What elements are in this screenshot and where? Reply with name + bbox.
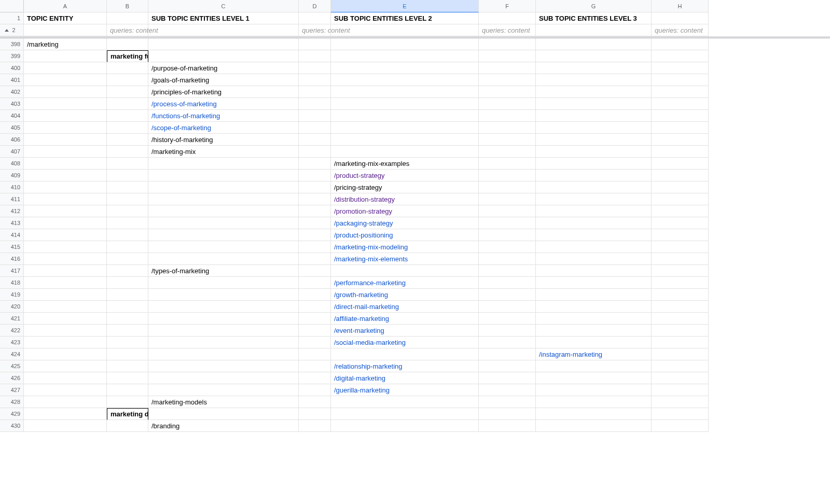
cell-f[interactable]: [479, 372, 536, 384]
row-header[interactable]: 424: [0, 348, 24, 360]
cell-e[interactable]: SUB TOPIC ENTITIES LEVEL 2: [331, 12, 479, 24]
cell-f[interactable]: [479, 193, 536, 205]
cell-e[interactable]: /product-positioning: [331, 229, 479, 241]
column-header-a[interactable]: A: [24, 0, 107, 12]
cell-c[interactable]: [148, 372, 299, 384]
cell-b[interactable]: [107, 134, 148, 146]
cell-c[interactable]: /process-of-marketing: [148, 98, 299, 110]
cell-f[interactable]: [479, 301, 536, 313]
cell-h[interactable]: [652, 325, 709, 337]
cell-g[interactable]: [536, 277, 652, 289]
cell-h[interactable]: [652, 134, 709, 146]
cell-f[interactable]: [479, 241, 536, 253]
cell-f[interactable]: [479, 110, 536, 122]
cell-e[interactable]: /guerilla-marketing: [331, 384, 479, 396]
cell-d[interactable]: [299, 193, 331, 205]
cell-e[interactable]: [331, 348, 479, 360]
cell-a[interactable]: [24, 384, 107, 396]
cell-c[interactable]: [148, 384, 299, 396]
cell-h[interactable]: [652, 193, 709, 205]
cell-e[interactable]: [331, 146, 479, 158]
cell-g[interactable]: [536, 253, 652, 265]
cell-b[interactable]: [107, 384, 148, 396]
cell-e[interactable]: [331, 74, 479, 86]
cell-d[interactable]: [299, 360, 331, 372]
cell-d[interactable]: [299, 241, 331, 253]
cell-e[interactable]: /performance-marketing: [331, 277, 479, 289]
cell-h[interactable]: queries: content: [652, 24, 709, 36]
cell-d[interactable]: [299, 12, 331, 24]
cell-h[interactable]: [652, 62, 709, 74]
cell-b[interactable]: [107, 205, 148, 217]
cell-h[interactable]: [652, 277, 709, 289]
cell-b[interactable]: [107, 289, 148, 301]
cell-c[interactable]: [148, 301, 299, 313]
row-header[interactable]: 419: [0, 289, 24, 301]
cell-f[interactable]: [479, 348, 536, 360]
cell-h[interactable]: [652, 360, 709, 372]
cell-d[interactable]: [299, 348, 331, 360]
column-header-f[interactable]: F: [479, 0, 536, 12]
cell-f[interactable]: [479, 289, 536, 301]
cell-d[interactable]: [299, 86, 331, 98]
cell-e[interactable]: /distribution-strategy: [331, 193, 479, 205]
cell-a[interactable]: [24, 408, 107, 420]
cell-h[interactable]: [652, 170, 709, 181]
cell-c[interactable]: [148, 253, 299, 265]
group-collapse-icon[interactable]: [5, 29, 9, 32]
cell-a[interactable]: [24, 420, 107, 432]
cell-d[interactable]: [299, 325, 331, 337]
cell-d[interactable]: [299, 38, 331, 50]
cell-g[interactable]: [536, 24, 652, 36]
cell-b[interactable]: [107, 396, 148, 408]
cell-b[interactable]: [107, 241, 148, 253]
cell-g[interactable]: [536, 193, 652, 205]
column-header-d[interactable]: D: [299, 0, 331, 12]
column-header-g[interactable]: G: [536, 0, 652, 12]
cell-g[interactable]: [536, 170, 652, 181]
row-header[interactable]: 399: [0, 50, 24, 62]
cell-b[interactable]: [107, 325, 148, 337]
cell-g[interactable]: [536, 265, 652, 277]
cell-d[interactable]: [299, 277, 331, 289]
cell-a[interactable]: [24, 360, 107, 372]
cell-g[interactable]: [536, 420, 652, 432]
cell-b[interactable]: [107, 229, 148, 241]
row-header[interactable]: 416: [0, 253, 24, 265]
cell-h[interactable]: [652, 86, 709, 98]
cell-a[interactable]: [24, 301, 107, 313]
row-header[interactable]: 425: [0, 360, 24, 372]
cell-a[interactable]: [24, 62, 107, 74]
cell-g[interactable]: [536, 384, 652, 396]
cell-b[interactable]: [107, 181, 148, 193]
cell-e[interactable]: /affiliate-marketing: [331, 313, 479, 325]
cell-e[interactable]: [331, 98, 479, 110]
cell-f[interactable]: [479, 229, 536, 241]
cell-a[interactable]: TOPIC ENTITY: [24, 12, 107, 24]
cell-e[interactable]: [331, 396, 479, 408]
cell-c[interactable]: [148, 325, 299, 337]
cell-a[interactable]: [24, 217, 107, 229]
cell-a[interactable]: [24, 337, 107, 348]
cell-c[interactable]: [148, 348, 299, 360]
cell-e[interactable]: [331, 62, 479, 74]
cell-c[interactable]: /branding: [148, 420, 299, 432]
cell-g[interactable]: [536, 217, 652, 229]
cell-g[interactable]: [536, 110, 652, 122]
cell-g[interactable]: [536, 134, 652, 146]
cell-e[interactable]: /social-media-marketing: [331, 337, 479, 348]
cell-c[interactable]: /scope-of-marketing: [148, 122, 299, 134]
row-header[interactable]: 415: [0, 241, 24, 253]
cell-b[interactable]: [107, 12, 148, 24]
row-header[interactable]: 407: [0, 146, 24, 158]
row-header[interactable]: 402: [0, 86, 24, 98]
cell-d[interactable]: [299, 134, 331, 146]
cell-f[interactable]: [479, 12, 536, 24]
cell-c[interactable]: [148, 24, 299, 36]
cell-f[interactable]: [479, 396, 536, 408]
cell-g[interactable]: [536, 122, 652, 134]
cell-a[interactable]: [24, 348, 107, 360]
cell-e[interactable]: /marketing-mix-modeling: [331, 241, 479, 253]
cell-f[interactable]: [479, 50, 536, 62]
cell-h[interactable]: [652, 396, 709, 408]
